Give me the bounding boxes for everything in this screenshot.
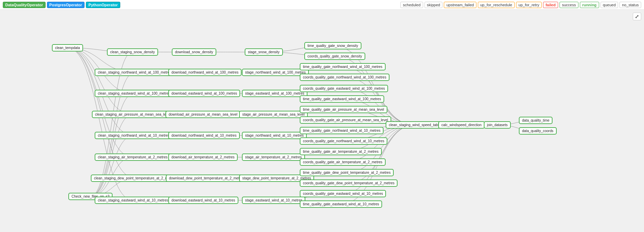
operator-badges: DataQualityOperatorPostgresOperatorPytho… (3, 2, 120, 8)
operator-badge-dataqualityoperator[interactable]: DataQualityOperator (3, 2, 46, 8)
status-badge-no-status[interactable]: no_status (619, 2, 641, 8)
node-cq_nw100[interactable]: coords_quality_gate_northward_wind_at_10… (300, 74, 389, 81)
node-dq_time[interactable]: data_quality_time (519, 117, 553, 124)
node-cq_ap[interactable]: coords_quality_gate_air_pressure_at_mean… (300, 116, 391, 124)
node-clean_wind_speed[interactable]: clean_staging_wind_speed_table (386, 121, 444, 129)
node-clean_at2[interactable]: clean_staging_air_temperature_at_2_metre… (95, 153, 171, 161)
node-tq_ap[interactable]: time_quality_gate_air_pressure_at_mean_s… (300, 106, 387, 113)
node-stage_at2[interactable]: stage_air_temperature_at_2_metres (242, 153, 305, 161)
node-cq_ew100[interactable]: coords_quality_gate_eastward_wind_at_100… (300, 85, 388, 92)
node-clean_snow_density[interactable]: clean_staging_snow_density (107, 48, 158, 56)
operator-badge-pythonoperator[interactable]: PythonOperator (86, 2, 120, 8)
node-cq_snow[interactable]: coords_quality_gate_snow_density (304, 53, 365, 60)
node-calc_windspeed[interactable]: calc_windspeed_direction (438, 121, 485, 129)
node-tq_nw10[interactable]: time_quality_gate_northward_wind_at_10_m… (300, 127, 384, 134)
status-badge-up-for-reschedule[interactable]: up_for_reschedule (478, 2, 515, 8)
node-dl_ew100[interactable]: download_eastward_wind_at_100_metres (168, 90, 240, 97)
top-bar: DataQualityOperatorPostgresOperatorPytho… (0, 0, 644, 10)
node-clean_nw10[interactable]: clean_staging_northward_wind_at_10_metre… (95, 132, 173, 139)
operator-badge-postgresoperator[interactable]: PostgresOperator (47, 2, 85, 8)
node-tq_ew100[interactable]: time_quality_gate_eastward_wind_at_100_m… (300, 95, 384, 103)
node-tq_ew10[interactable]: time_quality_gate_eastward_wind_at_10_me… (300, 200, 382, 208)
node-clean_nw100[interactable]: clean_staging_northward_wind_at_100_metr… (95, 69, 175, 76)
node-join_datasets[interactable]: join_datasets (484, 121, 511, 129)
node-tq_snow[interactable]: time_quality_gate_snow_density (304, 42, 361, 49)
node-stage_nw100[interactable]: stage_northward_wind_at_100_metres (242, 69, 309, 76)
node-cq_dp2[interactable]: coords_quality_gate_dew_point_temperatur… (300, 179, 398, 187)
node-dl_ap[interactable]: download_air_pressure_at_mean_sea_level (165, 111, 240, 118)
node-clean_ew100[interactable]: clean_staging_eastward_wind_at_100_metre… (95, 90, 173, 97)
node-stage_snow_density[interactable]: stage_snow_density (245, 48, 283, 56)
status-badge-scheduled[interactable]: scheduled (400, 2, 423, 8)
status-badge-upstream-failed[interactable]: upstream_failed (444, 2, 476, 8)
node-clean_tempdata[interactable]: clean_tempdata (52, 44, 83, 52)
status-badges: scheduledskippedupstream_failedup_for_re… (400, 2, 641, 8)
node-clean_ap[interactable]: clean_staging_air_pressure_at_mean_sea_l… (92, 111, 174, 118)
node-stage_ap[interactable]: stage_air_pressure_at_mean_sea_level (239, 111, 308, 118)
status-badge-up-for-retry[interactable]: up_for_retry (516, 2, 542, 8)
status-badge-queued[interactable]: queued (601, 2, 618, 8)
graph-area: clean_tempdataCheck_new_files_on_s3clean… (0, 10, 644, 232)
status-badge-success[interactable]: success (560, 2, 578, 8)
node-cq_nw10[interactable]: coords_quality_gate_northward_wind_at_10… (300, 137, 387, 145)
status-badge-running[interactable]: running (580, 2, 599, 8)
node-dl_snow_density[interactable]: download_snow_density (172, 48, 216, 56)
status-badge-failed[interactable]: failed (543, 2, 558, 8)
node-dl_ew10[interactable]: download_eastward_wind_at_10_metres (168, 197, 238, 204)
node-stage_ew100[interactable]: stage_eastward_wind_at_100_metres (242, 90, 307, 97)
zoom-button[interactable]: ⤢ (633, 13, 641, 20)
node-tq_dp2[interactable]: time_quality_gate_dew_point_temperature_… (300, 169, 394, 176)
node-stage_nw10[interactable]: stage_northward_wind_at_10_metres (242, 132, 307, 139)
node-dl_at2[interactable]: download_air_temperature_at_2_metres (168, 153, 238, 161)
node-dl_nw100[interactable]: download_northward_wind_at_100_metres (168, 69, 242, 76)
node-dq_coords[interactable]: data_quality_coords (519, 127, 557, 135)
node-tq_at2[interactable]: time_quality_gate_air_temperature_at_2_m… (300, 148, 382, 155)
node-cq_ew10[interactable]: coords_quality_gate_eastward_wind_at_10_… (300, 190, 386, 197)
node-dl_nw10[interactable]: download_northward_wind_at_10_metres (168, 132, 240, 139)
status-badge-skipped[interactable]: skipped (425, 2, 443, 8)
node-cq_at2[interactable]: coords_quality_gate_air_temperature_at_2… (300, 158, 386, 166)
node-stage_ew10[interactable]: stage_eastward_wind_at_10_metres (242, 197, 305, 204)
node-dl_dp2[interactable]: download_dew_point_temperature_at_2_metr… (166, 175, 248, 182)
node-clean_ew10[interactable]: clean_staging_eastward_wind_at_10_metres (95, 197, 171, 204)
node-tq_nw100[interactable]: time_quality_gate_northward_wind_at_100_… (300, 63, 386, 70)
